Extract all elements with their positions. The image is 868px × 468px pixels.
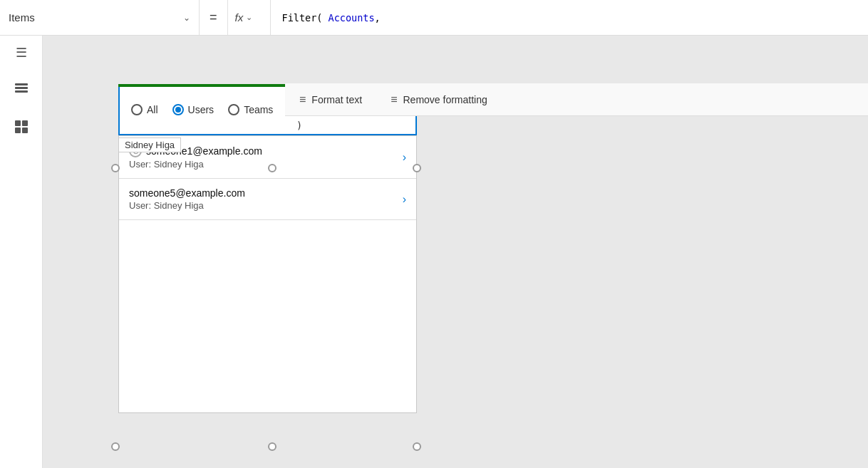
svg-rect-3 — [15, 120, 21, 126]
format-text-icon: ≡ — [299, 93, 306, 106]
handle-top-mid[interactable] — [268, 164, 277, 172]
list-item[interactable]: someone5@example.com User: Sidney Higa › — [119, 179, 416, 220]
formula-line-5: ) — [296, 120, 302, 131]
list-item-content: someone5@example.com User: Sidney Higa — [129, 187, 403, 211]
handle-bottom-right[interactable] — [413, 442, 421, 451]
layers-icon[interactable] — [11, 80, 31, 100]
list-item-email: someone5@example.com — [129, 187, 403, 199]
grid-icon[interactable] — [11, 117, 31, 137]
format-text-button[interactable]: ≡ Format text — [294, 90, 368, 109]
equals-sign: = — [200, 0, 228, 35]
widget-container: All Users Teams Sidney Higa ⊘ — [105, 84, 430, 468]
radio-option-all[interactable]: All — [131, 104, 158, 115]
tooltip: Sidney Higa — [118, 137, 181, 152]
svg-rect-1 — [15, 90, 28, 93]
remove-formatting-button[interactable]: ≡ Remove formatting — [385, 90, 493, 109]
radio-label-users: Users — [188, 104, 215, 115]
svg-rect-5 — [15, 128, 21, 133]
fx-chevron-icon: ⌄ — [246, 13, 252, 22]
handle-bottom-left[interactable] — [111, 442, 120, 451]
handle-left-mid[interactable] — [111, 164, 120, 172]
list-item-sub: User: Sidney Higa — [129, 159, 403, 170]
format-toolbar: ≡ Format text ≡ Remove formatting — [285, 83, 868, 116]
list-empty-area — [119, 220, 416, 412]
radio-circle-users — [172, 104, 184, 115]
items-dropdown[interactable]: Items ⌄ — [0, 0, 200, 35]
items-label: Items — [9, 11, 183, 24]
remove-formatting-icon: ≡ — [391, 93, 397, 106]
radio-option-teams[interactable]: Teams — [228, 104, 273, 115]
radio-circle-teams — [228, 104, 239, 115]
hamburger-icon[interactable]: ☰ — [11, 43, 31, 63]
list-item-sub: User: Sidney Higa — [129, 200, 403, 211]
left-sidebar: ☰ — [0, 36, 43, 468]
toolbar: Items ⌄ = fx ⌄ Filter( Accounts, — [0, 0, 868, 36]
fx-area[interactable]: fx ⌄ — [228, 0, 271, 35]
handle-top-right[interactable] — [413, 164, 421, 172]
chevron-down-icon: ⌄ — [183, 13, 190, 23]
list-arrow-icon: › — [403, 151, 406, 164]
fx-label: fx — [235, 11, 244, 24]
radio-circle-all — [131, 104, 143, 115]
radio-option-users[interactable]: Users — [172, 104, 215, 115]
list-container: ⊘ someone1@example.com User: Sidney Higa… — [118, 135, 417, 413]
handle-bottom-mid[interactable] — [268, 442, 277, 451]
svg-rect-2 — [15, 83, 28, 85]
radio-label-all: All — [147, 104, 158, 115]
svg-rect-0 — [15, 87, 28, 89]
radio-label-teams: Teams — [244, 104, 273, 115]
svg-rect-6 — [22, 128, 28, 133]
list-arrow-icon: › — [403, 193, 406, 206]
remove-formatting-label: Remove formatting — [403, 94, 487, 105]
formula-bar-inline[interactable]: Filter( Accounts, — [271, 12, 868, 24]
format-text-label: Format text — [311, 94, 362, 105]
svg-rect-4 — [22, 120, 28, 126]
